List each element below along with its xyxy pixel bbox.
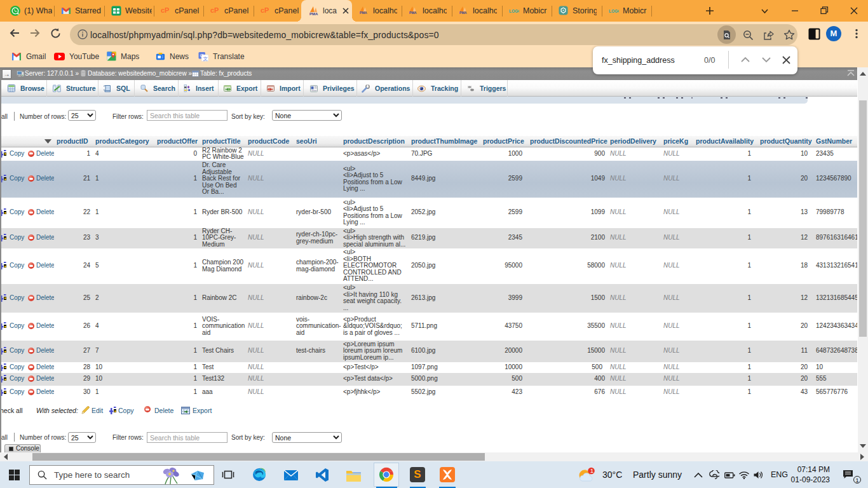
svg-text:1: 1 <box>590 467 593 474</box>
svg-text:PMA: PMA <box>360 11 367 15</box>
svg-text:文: 文 <box>203 55 208 61</box>
svg-text:PMA: PMA <box>459 11 467 15</box>
svg-text:PMA: PMA <box>309 12 318 16</box>
svg-text:PMA: PMA <box>409 11 417 15</box>
